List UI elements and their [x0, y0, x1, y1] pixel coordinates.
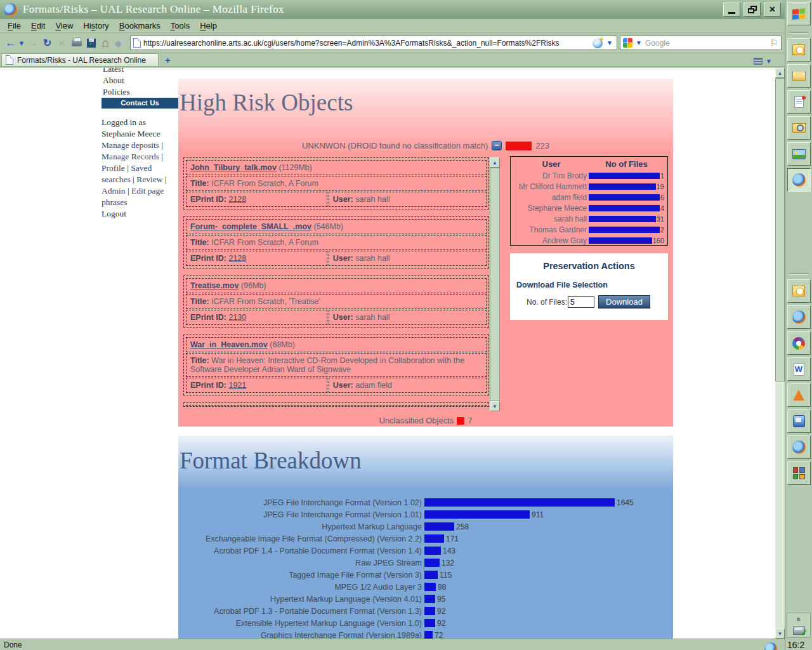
sidebar-item-about[interactable]: About: [102, 75, 180, 86]
start-button[interactable]: [787, 2, 811, 25]
format-count-bar: [424, 571, 438, 579]
url-input[interactable]: [143, 39, 590, 48]
format-count-bar: [424, 522, 454, 531]
filename-link[interactable]: War_in_Heaven.mov: [190, 340, 268, 349]
word-icon: W: [794, 363, 804, 376]
page-scrollbar[interactable]: ▲ ▼: [775, 68, 785, 639]
title-label: Title:: [190, 238, 209, 247]
format-count: 258: [456, 522, 469, 531]
stop-icon[interactable]: ×: [55, 36, 69, 51]
taskbar-button-outlook[interactable]: [787, 38, 811, 62]
quicklaunch-picasa[interactable]: [787, 331, 811, 355]
home-icon[interactable]: ⌂: [98, 36, 113, 51]
search-input[interactable]: [645, 39, 768, 48]
filename-link[interactable]: Forum-_complete_SMALL_.mov: [190, 222, 311, 231]
download-selection-label: Download File Selection: [516, 281, 668, 289]
reload-icon[interactable]: ↻: [40, 36, 55, 51]
high-risk-title: High Risk Objects: [180, 89, 353, 116]
add-bookmark-globe-icon[interactable]: [593, 38, 603, 48]
user-files-count: 160: [653, 237, 664, 244]
safely-remove-hardware-icon[interactable]: [793, 627, 805, 635]
quicklaunch-word[interactable]: W: [787, 357, 811, 381]
hide-icons-chevron[interactable]: »: [796, 618, 802, 622]
gears-icon[interactable]: [113, 36, 128, 51]
url-dropdown-icon[interactable]: ▼: [605, 39, 614, 46]
format-label: Hypertext Markup Language (Version 4.01): [178, 595, 424, 604]
taskbar-button-mail[interactable]: [787, 64, 811, 88]
scrollbar-thumb[interactable]: [775, 78, 785, 381]
status-bar: Done: [0, 639, 785, 650]
minimize-button[interactable]: [723, 3, 740, 17]
collapse-minus-icon[interactable]: −: [492, 141, 502, 150]
window-titlebar[interactable]: Formats/Risks – UAL Research Online – Mo…: [0, 0, 785, 19]
taskbar-button-firefox-active[interactable]: [787, 168, 811, 192]
forward-icon[interactable]: →: [25, 36, 40, 51]
taskbar-button-search-folder[interactable]: [787, 116, 811, 140]
scroll-up-icon[interactable]: ▲: [490, 157, 500, 168]
sidebar-item-policies[interactable]: Policies: [102, 86, 180, 98]
menu-item[interactable]: Edit: [26, 20, 50, 32]
search-folder-icon: [792, 123, 806, 133]
sidebar-item-latest[interactable]: Latest: [102, 68, 180, 75]
net-icon[interactable]: ⚐: [770, 37, 778, 49]
back-icon[interactable]: ←: [3, 36, 18, 51]
sidebar-link-profile[interactable]: Profile: [102, 163, 125, 173]
list-all-tabs-dropdown-icon[interactable]: ▼: [764, 58, 773, 65]
page-icon: [133, 38, 141, 48]
sidebar-item-contact-us[interactable]: Contact Us: [102, 98, 178, 109]
download-button[interactable]: Download: [598, 295, 650, 308]
taskbar-button-pictures[interactable]: [787, 142, 811, 166]
sidebar-link-manage-records[interactable]: Manage Records: [102, 152, 159, 161]
taskbar-button-compose[interactable]: [787, 90, 811, 114]
filename-link[interactable]: John_Tilbury_talk.mov: [190, 163, 277, 172]
no-of-files-input[interactable]: [568, 296, 594, 308]
eprint-id-label: EPrint ID:: [190, 381, 226, 390]
quicklaunch-office[interactable]: [787, 461, 811, 485]
search-bar[interactable]: ▼ ⚐: [620, 36, 782, 50]
menu-item[interactable]: Help: [195, 20, 222, 32]
url-bar[interactable]: ▼: [130, 36, 617, 50]
menu-item[interactable]: Bookmarks: [114, 20, 166, 32]
firefox-icon: [764, 642, 777, 650]
google-logo-icon: [623, 38, 632, 48]
new-tab-button[interactable]: +: [159, 55, 177, 66]
search-engine-dropdown-icon[interactable]: ▼: [634, 39, 643, 46]
quicklaunch-blue-app[interactable]: [787, 409, 811, 433]
menu-item[interactable]: History: [78, 20, 114, 32]
quicklaunch-firefox-2[interactable]: [787, 435, 811, 459]
save-page-icon[interactable]: [84, 36, 98, 51]
menu-item[interactable]: View: [50, 20, 78, 32]
format-count: 92: [437, 607, 445, 616]
user-label: User:: [333, 313, 353, 322]
quicklaunch-vlc[interactable]: [787, 383, 811, 407]
quicklaunch-firefox[interactable]: [787, 305, 811, 329]
quicklaunch-outlook[interactable]: [787, 279, 811, 303]
list-all-tabs-icon[interactable]: [754, 58, 763, 65]
menu-item[interactable]: File: [3, 20, 26, 32]
sidebar-item-logout[interactable]: Logout: [102, 208, 180, 220]
scroll-up-icon[interactable]: ▲: [775, 68, 785, 78]
eprint-id-link[interactable]: 2130: [228, 313, 246, 322]
firefox-icon: [792, 173, 806, 187]
scrollbar-thumb[interactable]: [490, 168, 500, 401]
sidebar-link-admin[interactable]: Admin: [102, 186, 126, 196]
print-icon[interactable]: [69, 36, 84, 51]
eprint-id-link[interactable]: 2128: [228, 254, 246, 263]
taskbar-separator: [789, 32, 808, 33]
file-entry: Treatise.mov (96Mb) Title: ICFAR From Sc…: [183, 275, 489, 328]
restore-button[interactable]: [743, 3, 761, 17]
close-button[interactable]: ×: [764, 3, 781, 17]
back-dropdown-icon[interactable]: ▼: [18, 36, 25, 51]
sidebar-link-manage-deposits[interactable]: Manage deposits: [102, 140, 159, 150]
sidebar-link-review[interactable]: Review: [136, 175, 162, 184]
menu-item[interactable]: Tools: [166, 20, 195, 32]
tab-formats-risks[interactable]: Formats/Risks - UAL Research Online: [1, 53, 159, 66]
file-list-scrollbar[interactable]: ▲ ▼: [490, 157, 500, 411]
scroll-down-icon[interactable]: ▼: [490, 401, 500, 411]
filename-link[interactable]: Treatise.mov: [190, 281, 239, 290]
scroll-down-icon[interactable]: ▼: [775, 628, 785, 639]
eprint-id-link[interactable]: 1921: [228, 381, 246, 390]
user-files-count: 1: [660, 172, 664, 180]
outlook-icon: [792, 286, 805, 296]
eprint-id-link[interactable]: 2128: [228, 195, 246, 204]
